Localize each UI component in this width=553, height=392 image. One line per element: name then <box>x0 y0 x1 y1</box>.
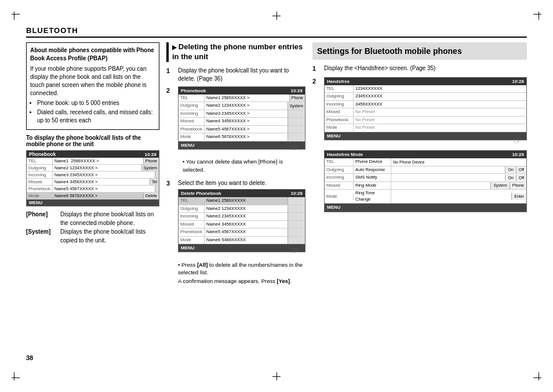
corner-mark-tr <box>531 12 541 22</box>
legend-table: [Phone] Displays the phone book/call lis… <box>26 210 159 245</box>
table-row: Incoming 3456XXXXXX <box>325 101 526 109</box>
touch-indicator: ☞ <box>178 141 300 155</box>
table-row: Phonebook Name5 4567XXXXX <box>179 228 305 237</box>
legend-desc-phone: Displays the phone book/call lists on th… <box>60 210 159 227</box>
corner-mark-bl <box>12 370 22 380</box>
on-btn-2[interactable]: On <box>505 175 515 182</box>
table-row: Mode Name6 5678XXXXX > <box>179 133 305 141</box>
delete-phonebook-ui: Delete Phonebook 10:28 TEL Name1 2589XXX… <box>178 189 305 252</box>
bluetooth-heading: BLUETOOTH <box>26 26 527 38</box>
table-row-selected: Mode Name6 5678XXXXX > Delete <box>27 193 159 199</box>
right-step-1-text: Display the <Handsfree> screen. (Page 35… <box>324 64 527 73</box>
corner-mark-br <box>531 370 541 380</box>
table-row: Incoming SMS Notify On Off <box>325 174 526 182</box>
table-row: Outgoing 2345XXXXXX <box>325 93 526 101</box>
phone-btn[interactable]: Phone <box>289 95 305 102</box>
step-3: 3 Select the item you want to delete. De… <box>166 179 305 285</box>
step-2: 2 Phonebook 10:28 TEL Name1 2589XXXXX > … <box>166 86 305 176</box>
phonebook-title: Phonebook <box>29 151 56 157</box>
table-row: Phonebook No Preset <box>325 117 526 125</box>
table-row: Missed Name4 3456XXXXX > Tel <box>27 179 159 186</box>
corner-mark-tl <box>12 12 22 22</box>
display-section-title: To display the phone book/call lists of … <box>26 135 159 147</box>
pbap-item-1: Phone book: up to 5 000 entries <box>37 99 155 107</box>
phonebook-ui-step2: Phonebook 10:28 TEL Name1 2589XXXXX > Ph… <box>178 86 305 150</box>
table-row-selected: TEL Name1 2589XXXXX <box>179 197 305 205</box>
table-row: Phonebook Name5 4567XXXXX > <box>179 126 305 134</box>
delete-btn[interactable]: Delete <box>143 193 159 199</box>
table-row: Incoming Name3 2345XXXXX > <box>27 172 159 179</box>
right-step-1: 1 Display the <Handsfree> screen. (Page … <box>312 64 527 73</box>
step-2-content: Phonebook 10:28 TEL Name1 2589XXXXX > Ph… <box>178 86 305 176</box>
tel-btn[interactable]: Tel <box>150 179 159 185</box>
right-step-2-content: Handsfree 10:28 TEL 1234XXXXXX Outgoing … <box>324 77 527 212</box>
pbap-item-2: Dialed calls, received calls, and missed… <box>37 108 155 125</box>
touch-indicator-3: ☞ <box>178 244 300 258</box>
table-row: Mode Name6 5489XXXXX <box>179 237 305 245</box>
phonebook-footer: MENU <box>27 199 159 206</box>
table-row: TEL Name1 2589XXXXX > Phone <box>27 158 159 165</box>
left-column: About mobile phones compatible with Phon… <box>26 42 159 245</box>
delete-title-icon: ▶ <box>172 44 179 50</box>
table-row: Mode No Preset <box>325 124 526 132</box>
table-row: TEL Name1 2589XXXXX > Phone <box>179 95 305 103</box>
right-column: Settings for Bluetooth mobile phones 1 D… <box>312 42 527 216</box>
step-2-note: You cannot delete data when [Phone] is s… <box>178 158 305 173</box>
table-row: Phonebook Name5 4567XXXXX > <box>27 186 159 193</box>
handsfree-ui: Handsfree 10:28 TEL 1234XXXXXX Outgoing … <box>324 77 527 140</box>
step-3-content: Select the item you want to delete. Dele… <box>178 179 305 285</box>
step-3-note-2: A confirmation message appears. Press [Y… <box>178 277 305 285</box>
table-row: Missed No Preset <box>325 108 526 117</box>
system-btn[interactable]: System <box>141 165 159 171</box>
table-row: Missed Name4 3456XXXXX > <box>179 118 305 126</box>
middle-column: ▶ Deleting the phone number entries in t… <box>166 42 305 288</box>
crosshair-top <box>272 12 281 20</box>
page-number: 38 <box>26 354 33 361</box>
pbap-title: About mobile phones compatible with Phon… <box>30 46 155 63</box>
right-step-2: 2 Handsfree 10:28 TEL 1234XXXXXX O <box>312 77 527 212</box>
step-1-text: Display the phone book/call list you wan… <box>178 67 305 83</box>
legend-row-phone: [Phone] Displays the phone book/call lis… <box>26 210 159 227</box>
table-row: Outgoing Name2 1234XXXXX > System <box>27 165 159 172</box>
table-row: TEL Phone Device No Phone Device <box>325 158 526 166</box>
table-row: Incoming Name3 2345XXXXX <box>179 213 305 221</box>
step-1: 1 Display the phone book/call list you w… <box>166 67 305 83</box>
phonebook-ui-left: Phonebook 10:28 TEL Name1 2589XXXXX > Ph… <box>26 150 159 206</box>
pbap-list: Phone book: up to 5 000 entries Dialed c… <box>37 99 155 125</box>
legend-row-system: [System] Displays the phone book/call li… <box>26 227 159 245</box>
table-row: Outgoing Name2 1234XXXXX > System <box>179 102 305 110</box>
table-row: TEL 1234XXXXXX <box>325 85 526 93</box>
phone-btn[interactable]: Phone <box>143 158 159 164</box>
phonebook-time: 10:28 <box>145 152 157 157</box>
legend-key-phone: [Phone] <box>26 210 58 227</box>
touch-indicator-hf: ☞ <box>324 133 522 148</box>
table-row: Outgoing Auto Response On Off <box>325 166 526 175</box>
right-section-title: Settings for Bluetooth mobile phones <box>312 42 527 60</box>
on-btn[interactable]: On <box>505 166 515 173</box>
delete-section-title: ▶ Deleting the phone number entries in t… <box>166 42 305 62</box>
phone-btn-2[interactable]: Phone <box>510 182 526 189</box>
row-label: TEL <box>27 158 53 164</box>
pbap-box: About mobile phones compatible with Phon… <box>26 42 159 130</box>
table-row: Missed Name4 3456XXXXX <box>179 221 305 229</box>
step-3-text: Select the item you want to delete. <box>178 179 305 187</box>
step-3-note-1: • Press [All] to delete all the numbers/… <box>178 261 305 277</box>
legend-desc-system: Displays the phone book/call lists copie… <box>60 227 159 245</box>
table-row: Mode Ring Tone Change Enter <box>325 190 526 204</box>
off-btn-2[interactable]: Off <box>516 175 526 182</box>
system-btn-2[interactable]: System <box>490 182 509 189</box>
table-row: Outgoing Name2 1234XXXXX <box>179 205 305 213</box>
pbap-body: If your mobile phone supports PBAP, you … <box>30 65 155 97</box>
table-row: Incoming Name3 2345XXXXX > <box>179 110 305 118</box>
handsfree-mode-ui: Handsfree Mode 10:28 TEL Phone Device No… <box>324 150 527 212</box>
table-row: Missed Ring Mode System Phone <box>325 182 526 190</box>
off-btn[interactable]: Off <box>516 166 526 173</box>
system-btn[interactable]: System <box>288 102 305 110</box>
legend-key-system: [System] <box>26 227 58 245</box>
phonebook-header: Phonebook 10:28 <box>27 151 159 158</box>
crosshair-bottom <box>272 372 281 380</box>
enter-btn[interactable]: Enter <box>511 193 526 200</box>
